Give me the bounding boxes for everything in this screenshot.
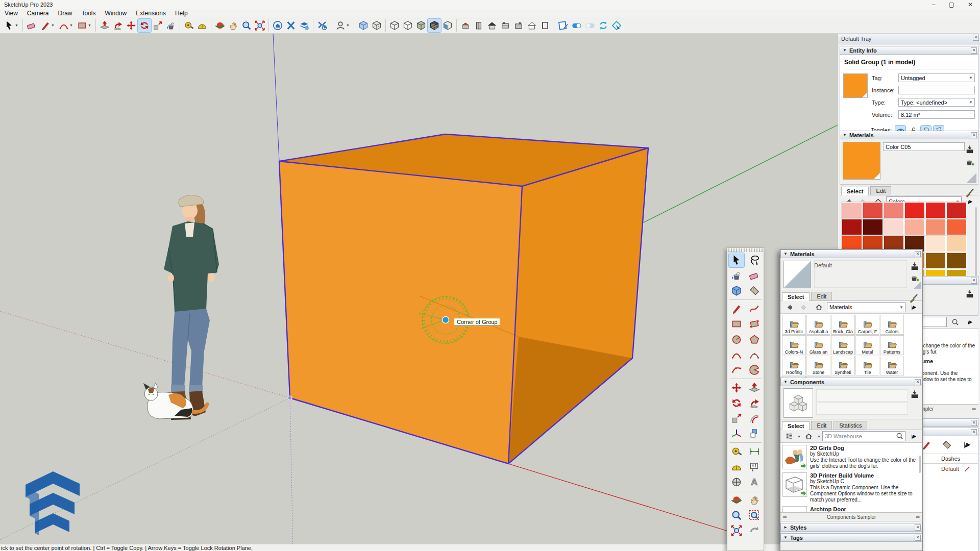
view-iso-icon[interactable] — [459, 19, 472, 32]
details-arrow-icon[interactable] — [961, 438, 974, 452]
scale-tool-icon[interactable] — [729, 411, 744, 425]
monochrome-icon[interactable] — [441, 19, 454, 32]
rotate-icon[interactable] — [138, 19, 151, 32]
rotated-rectangle-tool-icon[interactable] — [747, 317, 762, 331]
pan-icon[interactable] — [227, 19, 240, 32]
type-field[interactable]: Type: <undefined>▼ — [898, 98, 975, 107]
select-tool-icon[interactable] — [729, 253, 744, 267]
next-page-icon[interactable]: ⇨ — [972, 406, 976, 412]
component-item[interactable]: 3D Printer Build Volume by SketchUp C Th… — [780, 470, 922, 504]
material-folder-colors[interactable]: Colors — [880, 315, 904, 335]
prev-page-icon[interactable]: ⇦ — [782, 514, 787, 520]
home-icon[interactable] — [812, 300, 825, 314]
color-swatch[interactable] — [884, 219, 904, 235]
components-scrollbar[interactable] — [919, 456, 921, 473]
zoom-extents-icon[interactable] — [253, 19, 266, 32]
wireframe-icon[interactable] — [388, 19, 401, 32]
material-folder-roofing[interactable]: Roofing — [782, 356, 806, 375]
make-component-tool-icon[interactable] — [729, 284, 744, 298]
tab-select[interactable]: Select — [782, 292, 810, 301]
material-preview[interactable] — [843, 142, 880, 180]
floating-materials-header[interactable]: ▼ Materials ✕ — [780, 249, 922, 258]
material-folder-colors-n[interactable]: Colors-N — [782, 335, 806, 355]
arc-icon[interactable]: ▼ — [57, 19, 75, 32]
toggle-off-icon[interactable] — [583, 19, 597, 32]
view-left-icon[interactable] — [525, 19, 538, 32]
material-folder-brick-cla[interactable]: Brick, Cla — [831, 315, 855, 335]
color-swatch[interactable] — [925, 236, 946, 252]
sync-icon[interactable] — [597, 19, 610, 32]
color-swatch[interactable] — [904, 202, 925, 218]
outer-shell-tool-icon[interactable] — [747, 427, 762, 441]
tape-measure-tool-icon[interactable] — [729, 444, 744, 459]
shaded-textures-icon[interactable] — [428, 19, 441, 32]
move-icon[interactable] — [125, 19, 138, 32]
secondary-pane-icon[interactable] — [908, 387, 921, 400]
zoom-tool-icon[interactable] — [729, 508, 744, 522]
previous-tool-icon[interactable] — [747, 523, 762, 538]
material-folder-syntheti[interactable]: Syntheti — [831, 356, 855, 375]
color-swatch[interactable] — [842, 219, 862, 235]
rectangle-tool-icon[interactable] — [729, 317, 744, 331]
send-diamond-icon[interactable] — [610, 19, 623, 32]
three-point-arc-tool-icon[interactable] — [729, 363, 744, 377]
color-swatch[interactable] — [946, 253, 967, 269]
line-tool-icon[interactable] — [729, 302, 744, 316]
maximize-button[interactable]: ▢ — [949, 1, 954, 8]
dash-pencil-icon[interactable] — [963, 465, 970, 472]
share-model-icon[interactable] — [298, 19, 311, 32]
color-swatch[interactable] — [925, 219, 946, 235]
shaded-icon[interactable] — [414, 19, 428, 32]
component-desc-field[interactable] — [816, 403, 908, 415]
tab-edit[interactable]: Edit — [811, 421, 832, 430]
offset-tool-icon[interactable] — [747, 411, 762, 425]
materials-scrollbar[interactable] — [975, 207, 977, 279]
arc-tool-icon[interactable] — [729, 347, 744, 362]
volume-field[interactable]: 8.12 m³ — [898, 110, 975, 119]
material-folder-patterns[interactable]: Patterns — [880, 335, 904, 355]
paint-bucket-tool-icon[interactable] — [729, 268, 744, 283]
floating-components-header[interactable]: ▼ Components ✕ — [780, 378, 922, 386]
materials-panel-header[interactable]: ▼ Materials ✕ — [840, 131, 978, 139]
position-camera-tool-icon[interactable] — [729, 475, 744, 489]
tab-select[interactable]: Select — [841, 187, 869, 195]
tag-tool-icon[interactable] — [747, 284, 762, 298]
push-pull-icon[interactable] — [98, 19, 111, 32]
tag-icon[interactable] — [940, 438, 953, 452]
secondary-pane-icon[interactable] — [908, 259, 921, 272]
move-tool-icon[interactable] — [729, 381, 744, 395]
details-arrow-icon[interactable] — [907, 430, 920, 443]
forward-arrow-icon[interactable] — [797, 300, 811, 314]
details-arrow-icon[interactable] — [963, 315, 976, 329]
menu-item-draw[interactable]: Draw — [53, 10, 77, 17]
circle-tool-icon[interactable] — [729, 332, 744, 346]
entity-info-close-icon[interactable]: ✕ — [971, 47, 977, 54]
orbit-tool-icon[interactable] — [729, 493, 744, 507]
menu-item-camera[interactable]: Camera — [22, 10, 54, 17]
floating-tags-header[interactable]: ▼ Tags ✕ — [780, 533, 922, 542]
pie-tool-icon[interactable] — [747, 363, 762, 377]
secondary-pane-icon[interactable] — [963, 142, 976, 156]
protractor-tool-icon[interactable] — [729, 460, 744, 474]
material-folder-metal[interactable]: Metal — [855, 335, 879, 355]
share-component-icon[interactable] — [315, 19, 329, 32]
follow-me-tool-icon[interactable] — [747, 396, 762, 410]
scale-icon[interactable] — [151, 19, 164, 32]
tape-measure-icon[interactable] — [182, 19, 195, 32]
3d-viewport[interactable]: Corner of Group — [0, 34, 838, 544]
zoom-window-tool-icon[interactable] — [747, 508, 762, 522]
create-material-icon[interactable] — [963, 156, 976, 169]
view-top-icon[interactable] — [499, 19, 512, 32]
components-close-icon[interactable]: ✕ — [915, 379, 921, 385]
menu-item-window[interactable]: Window — [101, 10, 132, 17]
material-folder-glass-an[interactable]: Glass an — [806, 335, 830, 355]
floating-styles-header[interactable]: ► Styles ✕ — [780, 523, 922, 532]
toolbar-grip[interactable] — [728, 248, 763, 252]
text-tool-icon[interactable]: A1 — [747, 460, 762, 474]
follow-me-icon[interactable] — [111, 19, 125, 32]
color-swatch[interactable] — [863, 219, 883, 235]
orbit-icon[interactable] — [213, 19, 227, 32]
extension-warehouse-icon[interactable] — [284, 19, 298, 32]
default-tray-title[interactable]: Default Tray ✕ — [838, 34, 980, 44]
view-right-icon[interactable] — [472, 19, 485, 32]
